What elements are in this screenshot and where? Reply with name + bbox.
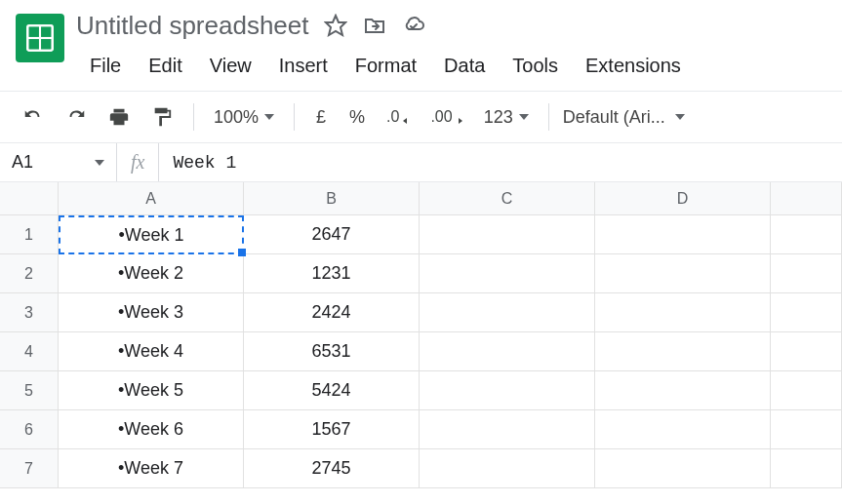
cell-b7[interactable]: 2745	[244, 449, 420, 488]
menu-edit[interactable]: Edit	[135, 49, 195, 83]
cell-a4[interactable]: •Week 4	[59, 332, 244, 371]
chevron-down-icon	[519, 114, 529, 120]
row-header-2[interactable]: 2	[0, 254, 59, 293]
fx-label: fx	[117, 143, 159, 181]
menu-insert[interactable]: Insert	[265, 49, 341, 83]
cell-a5[interactable]: •Week 5	[59, 371, 244, 410]
cell-b4[interactable]: 6531	[244, 332, 420, 371]
cell-e3[interactable]	[771, 293, 842, 332]
cell-a7[interactable]: •Week 7	[59, 449, 244, 488]
cell-b3[interactable]: 2424	[244, 293, 420, 332]
cell-d3[interactable]	[595, 293, 771, 332]
font-label: Default (Ari...	[563, 107, 665, 128]
column-header-c[interactable]: C	[420, 182, 595, 215]
cell-d4[interactable]	[595, 332, 771, 371]
zoom-dropdown[interactable]: 100%	[208, 107, 280, 128]
chevron-down-icon	[95, 160, 104, 166]
menu-format[interactable]: Format	[341, 49, 430, 83]
cell-a6[interactable]: •Week 6	[59, 410, 244, 449]
column-header-e[interactable]	[771, 182, 842, 215]
column-header-d[interactable]: D	[595, 182, 771, 215]
cell-e4[interactable]	[771, 332, 842, 371]
spreadsheet-grid: A B C D 1 •Week 1 2647 2 •Week 2 1231 3 …	[0, 182, 842, 488]
row-header-4[interactable]: 4	[0, 332, 59, 371]
menu-view[interactable]: View	[196, 49, 265, 83]
cell-b1[interactable]: 2647	[244, 215, 420, 254]
menu-tools[interactable]: Tools	[499, 49, 572, 83]
toolbar: 100% £ % .0 .00 123 Default (Ari...	[0, 91, 842, 143]
print-button[interactable]	[101, 99, 137, 135]
undo-button[interactable]	[16, 99, 51, 135]
cell-c3[interactable]	[420, 293, 595, 332]
redo-button[interactable]	[59, 99, 94, 135]
document-title[interactable]: Untitled spreadsheet	[76, 11, 308, 41]
row-header-5[interactable]: 5	[0, 371, 59, 410]
formula-input[interactable]: Week 1	[159, 153, 842, 173]
star-icon[interactable]	[324, 14, 347, 37]
decrease-decimal-button[interactable]: .0	[381, 99, 417, 135]
cell-b6[interactable]: 1567	[244, 410, 420, 449]
svg-marker-4	[326, 16, 345, 35]
move-folder-icon[interactable]	[363, 14, 386, 37]
select-all-corner[interactable]	[0, 182, 59, 215]
cell-b2[interactable]: 1231	[244, 254, 420, 293]
number-format-label: 123	[484, 107, 513, 128]
cell-c6[interactable]	[420, 410, 595, 449]
formula-bar: A1 fx Week 1	[0, 143, 842, 182]
cell-d2[interactable]	[595, 254, 771, 293]
zoom-label: 100%	[214, 107, 259, 128]
cell-a2[interactable]: •Week 2	[59, 254, 244, 293]
currency-format-button[interactable]: £	[308, 107, 334, 128]
cell-b5[interactable]: 5424	[244, 371, 420, 410]
cell-e6[interactable]	[771, 410, 842, 449]
chevron-down-icon	[675, 114, 685, 120]
menu-data[interactable]: Data	[430, 49, 499, 83]
number-format-dropdown[interactable]: 123	[478, 107, 535, 128]
row-header-6[interactable]: 6	[0, 410, 59, 449]
cell-d7[interactable]	[595, 449, 771, 488]
name-box[interactable]: A1	[0, 143, 117, 181]
cell-a1[interactable]: •Week 1	[59, 215, 244, 254]
cell-e5[interactable]	[771, 371, 842, 410]
paint-format-button[interactable]	[144, 99, 180, 135]
cell-e7[interactable]	[771, 449, 842, 488]
menu-file[interactable]: File	[76, 49, 135, 83]
percent-format-button[interactable]: %	[341, 107, 373, 128]
menubar: File Edit View Insert Format Data Tools …	[76, 49, 826, 83]
chevron-down-icon	[264, 114, 274, 120]
cell-d5[interactable]	[595, 371, 771, 410]
cloud-status-icon[interactable]	[402, 14, 425, 37]
cell-c2[interactable]	[420, 254, 595, 293]
column-header-a[interactable]: A	[59, 182, 244, 215]
cell-e1[interactable]	[771, 215, 842, 254]
cell-d1[interactable]	[595, 215, 771, 254]
row-header-3[interactable]: 3	[0, 293, 59, 332]
cell-c7[interactable]	[420, 449, 595, 488]
cell-d6[interactable]	[595, 410, 771, 449]
cell-c1[interactable]	[420, 215, 595, 254]
cell-c4[interactable]	[420, 332, 595, 371]
row-header-7[interactable]: 7	[0, 449, 59, 488]
cell-a3[interactable]: •Week 3	[59, 293, 244, 332]
column-header-b[interactable]: B	[244, 182, 420, 215]
row-header-1[interactable]: 1	[0, 215, 59, 254]
menu-extensions[interactable]: Extensions	[572, 49, 695, 83]
cell-e2[interactable]	[771, 254, 842, 293]
increase-decimal-button[interactable]: .00	[424, 99, 469, 135]
sheets-logo[interactable]	[16, 14, 64, 62]
cell-c5[interactable]	[420, 371, 595, 410]
font-dropdown[interactable]: Default (Ari...	[563, 107, 685, 128]
